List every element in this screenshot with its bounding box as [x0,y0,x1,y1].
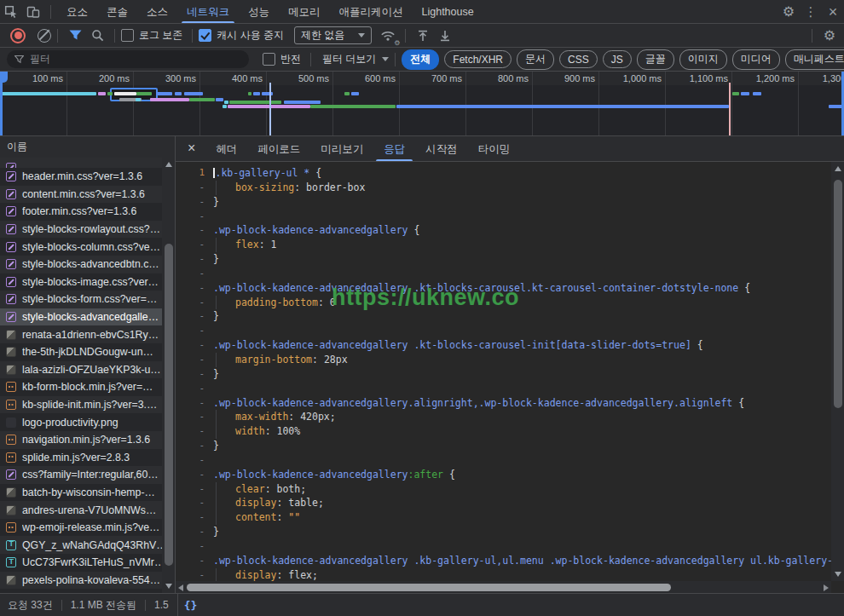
invert-checkbox[interactable] [263,53,275,66]
detail-tab-3[interactable]: 미리보기 [310,136,373,161]
vscrollbar-thumb[interactable] [834,180,842,408]
network-toolbar: 로그 보존 캐시 사용 중지 제한 없음 ⚙ ⚙ [0,24,844,48]
inspect-element-icon[interactable] [0,3,22,21]
request-row-21[interactable]: andres-urena-V7UoMNWs… [0,501,162,519]
script-file-icon [6,522,16,533]
network-overview-timeline[interactable]: 100 ms200 ms300 ms400 ms500 ms600 ms700 … [0,72,844,136]
export-har-icon[interactable] [434,26,456,45]
scroll-up-icon[interactable] [165,162,172,167]
request-row-25[interactable]: pexels-polina-kovaleva-554… [0,572,162,590]
code-line: - [176,382,831,396]
request-row-18[interactable]: splide.min.js?ver=2.8.3 [0,449,162,467]
scroll-down-icon[interactable] [165,584,172,589]
stylesheet-file-icon [6,189,16,199]
import-har-icon[interactable] [412,26,434,45]
more-options-icon[interactable]: ⋮ [800,3,822,21]
network-conditions-icon[interactable]: ⚙ [377,26,399,45]
line-number-gutter: - [176,439,205,453]
filter-input[interactable]: 필터 [7,50,249,68]
request-row-19[interactable]: css?family=Inter:regular,60… [0,466,162,484]
response-code-view[interactable]: 1.kb-gallery-ul * {-box-sizing: border-b… [176,162,831,581]
request-row-1[interactable] [0,158,162,168]
detail-tab-1[interactable]: 헤더 [205,136,247,161]
network-settings-gear-icon[interactable]: ⚙ [818,26,841,45]
request-row-22[interactable]: wp-emoji-release.min.js?ve… [0,519,162,537]
filter-pill-3[interactable]: 문서 [517,49,554,70]
request-row-14[interactable]: kb-form-block.min.js?ver=… [0,378,162,396]
line-number-gutter: - [176,324,205,338]
preserve-log-checkbox[interactable] [121,29,134,42]
overview-left-handle-tab[interactable] [0,72,8,83]
detail-tab-2[interactable]: 페이로드 [247,136,310,161]
devtools-tab-2[interactable]: 콘솔 [97,0,137,23]
request-row-20[interactable]: batch-by-wisconsin-hemp-… [0,484,162,502]
devtools-tab-5[interactable]: 성능 [239,0,279,23]
search-icon[interactable] [86,26,108,45]
devtools-tab-3[interactable]: 소스 [137,0,177,23]
request-row-4[interactable]: footer.min.css?ver=1.3.6 [0,203,162,221]
request-row-17[interactable]: navigation.min.js?ver=1.3.6 [0,431,162,449]
request-row-6[interactable]: style-blocks-column.css?ve… [0,238,162,256]
timeline-gridline [66,72,67,135]
code-vertical-scrollbar[interactable] [831,162,844,581]
filter-pill-1[interactable]: 전체 [402,49,439,70]
devtools-tab-7[interactable]: 애플리케이션 [330,0,413,23]
close-devtools-icon[interactable]: × [822,3,844,21]
waterfall-bar [351,92,359,95]
request-row-16[interactable]: logo-productivity.png [0,413,162,431]
filter-toggle-icon[interactable] [64,26,86,45]
devtools-tab-4[interactable]: 네트워크 [177,0,239,23]
record-network-log-button[interactable] [10,28,26,43]
request-name: style-blocks-image.css?ver… [22,276,159,288]
request-name: navigation.min.js?ver=1.3.6 [22,434,150,446]
more-filters-label[interactable]: 필터 더보기 [322,52,376,66]
request-row-15[interactable]: kb-splide-init.min.js?ver=3.… [0,396,162,414]
close-detail-panel-icon[interactable]: × [176,141,205,158]
request-row-24[interactable]: UcC73FwrK3iLTeHuS_nVMr… [0,554,162,572]
filter-pill-2[interactable]: Fetch/XHR [444,50,512,68]
request-row-9[interactable]: style-blocks-form.css?ver=… [0,291,162,308]
code-line: -margin-bottom: 28px [176,353,831,367]
request-list-scrollbar[interactable] [162,158,175,593]
request-row-11[interactable]: renata-a1drienn-ebvCs1Ry… [0,325,162,343]
code-horizontal-scrollbar[interactable] [176,581,831,593]
scroll-left-icon[interactable] [178,584,183,591]
scroll-right-icon[interactable] [824,584,829,591]
request-row-23[interactable]: QGY_z_wNahGAdqQ43RhV… [0,536,162,554]
disable-cache-checkbox[interactable] [199,29,211,42]
devtools-tab-6[interactable]: 메모리 [279,0,330,23]
filter-pill-5[interactable]: JS [603,50,632,68]
request-row-5[interactable]: style-blocks-rowlayout.css?… [0,221,162,239]
timeline-gridline [731,72,732,135]
request-list-header-name[interactable]: 이름 [0,136,175,158]
line-number-gutter: - [176,353,205,367]
request-row-8[interactable]: style-blocks-image.css?ver… [0,273,162,291]
devtools-tab-8[interactable]: Lighthouse [413,0,483,23]
clear-network-log-button[interactable] [38,29,51,43]
filter-pill-7[interactable]: 이미지 [679,49,727,70]
scrollbar-thumb[interactable] [165,244,173,566]
throttling-dropdown[interactable]: 제한 없음 [294,26,372,44]
waterfall-bar [156,92,172,95]
request-row-7[interactable]: style-blocks-advancedbtn.c… [0,256,162,273]
request-row-13[interactable]: lala-azizli-OFZUaeYKP3k-u… [0,361,162,379]
hscrollbar-thumb[interactable] [187,584,671,591]
filter-pill-8[interactable]: 미디어 [732,49,780,70]
device-toolbar-icon[interactable] [22,3,44,21]
request-row-10[interactable]: style-blocks-advancedgalle… [0,308,162,326]
request-row-2[interactable]: header.min.css?ver=1.3.6 [0,168,162,186]
filter-pill-9[interactable]: 매니페스트 [785,49,844,70]
detail-tab-4[interactable]: 응답 [373,136,415,161]
filter-pill-4[interactable]: CSS [559,50,598,68]
scroll-up-icon[interactable] [835,166,841,171]
detail-tab-6[interactable]: 타이밍 [468,136,521,161]
detail-tab-5[interactable]: 시작점 [415,136,468,161]
devtools-tab-1[interactable]: 요소 [57,0,97,23]
scroll-down-icon[interactable] [835,572,841,577]
pretty-print-icon[interactable]: {} [178,599,198,612]
filter-pill-6[interactable]: 글꼴 [637,49,674,70]
request-row-12[interactable]: the-5th-jkDLNDGougw-un… [0,343,162,361]
image-file-icon [6,505,16,515]
request-row-3[interactable]: content.min.css?ver=1.3.6 [0,186,162,204]
settings-gear-icon[interactable]: ⚙ [778,3,800,21]
